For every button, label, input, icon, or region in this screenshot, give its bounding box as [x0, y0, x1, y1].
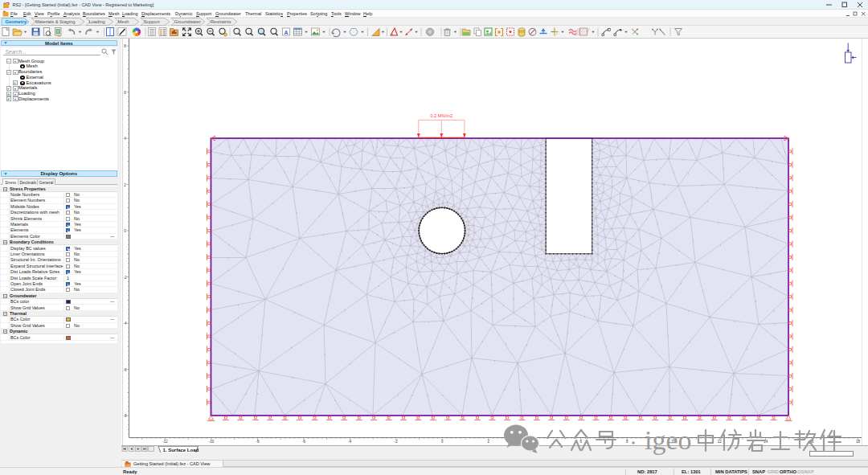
svg-text:-4: -4 [124, 321, 127, 326]
svg-text:-12: -12 [162, 440, 168, 444]
svg-text:-8: -8 [256, 440, 259, 444]
svg-text:Restraints: Restraints [211, 19, 231, 24]
svg-text:A: A [284, 30, 288, 35]
svg-text:-2: -2 [395, 440, 398, 444]
svg-text:igeo: igeo [645, 425, 692, 455]
svg-text:-8: -8 [124, 414, 127, 418]
svg-text:Materials & Staging: Materials & Staging [35, 19, 75, 24]
svg-text:-4: -4 [348, 440, 351, 444]
svg-text:Mesh: Mesh [118, 19, 129, 24]
svg-text:Support: Support [144, 19, 160, 24]
svg-text:Loading: Loading [89, 19, 105, 24]
svg-text:1. Surface Load: 1. Surface Load [163, 447, 199, 452]
svg-text:-2: -2 [124, 275, 127, 279]
svg-text:0.2 MN/m2: 0.2 MN/m2 [430, 113, 452, 118]
svg-text:Groundwater: Groundwater [174, 19, 201, 24]
svg-text:-6: -6 [124, 367, 127, 371]
svg-text:-6: -6 [302, 440, 305, 444]
svg-text:-10: -10 [209, 440, 215, 444]
svg-text:Geometry: Geometry [6, 19, 27, 24]
